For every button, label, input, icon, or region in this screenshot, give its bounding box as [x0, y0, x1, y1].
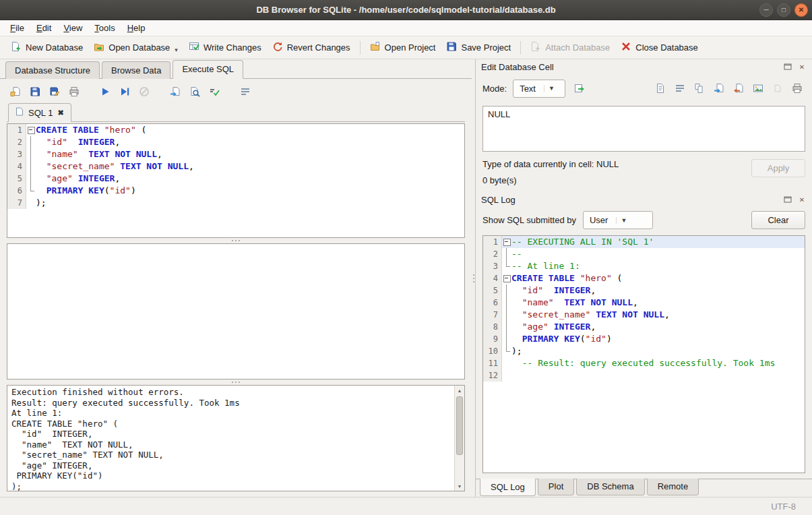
open-database-button[interactable]: Open Database ▾ [88, 38, 183, 57]
import-from-file-button[interactable] [571, 80, 588, 96]
fold-marker-icon[interactable] [502, 236, 511, 248]
close-button[interactable]: ✕ [794, 3, 808, 17]
open-sql-file-button[interactable] [7, 84, 24, 100]
edit-cell-title: Edit Database Cell [481, 62, 783, 72]
close-tab-icon[interactable]: ✖ [57, 109, 63, 117]
left-pane: Database Structure Browse Data Execute S… [0, 59, 472, 497]
print-cell-button[interactable] [789, 80, 805, 96]
window-title: DB Browser for SQLite - /home/user/code/… [256, 5, 555, 15]
sql-file-tab[interactable]: SQL 1 ✖ [8, 103, 71, 122]
code-line: 5 "age" INTEGER, [7, 173, 464, 185]
clear-log-button[interactable]: Clear [751, 211, 805, 229]
dock-tab-plot[interactable]: Plot [538, 479, 574, 495]
sql-log-dock-header: SQL Log ✕ [476, 192, 812, 207]
save-sql-as-button[interactable] [46, 84, 63, 100]
save-project-button[interactable]: Save Project [441, 38, 516, 57]
dock-tabbar: SQL Log Plot DB Schema Remote [476, 479, 812, 497]
close-dock-icon[interactable]: ✕ [797, 195, 807, 204]
syntax-check-button[interactable] [206, 84, 223, 100]
fold-gutter [502, 260, 511, 272]
tab-database-structure[interactable]: Database Structure [5, 61, 100, 79]
code-line: 9 PRIMARY KEY("id") [483, 333, 805, 345]
main-tabbar: Database Structure Browse Data Execute S… [0, 59, 472, 79]
fold-gutter [502, 345, 511, 357]
word-wrap-cell-button[interactable] [672, 80, 688, 96]
dock-tab-sql-log[interactable]: SQL Log [480, 479, 536, 496]
word-wrap-button[interactable] [237, 84, 254, 100]
chevron-down-icon: ▼ [544, 85, 555, 92]
fold-marker-icon[interactable] [502, 272, 511, 284]
fold-gutter [26, 148, 36, 160]
close-database-button[interactable]: Close Database [615, 38, 704, 57]
menu-tools[interactable]: Tools [88, 21, 121, 35]
open-database-dropdown-icon[interactable]: ▾ [175, 47, 178, 54]
tab-execute-sql[interactable]: Execute SQL [173, 60, 243, 79]
revert-changes-button[interactable]: Revert Changes [267, 38, 356, 57]
sql-editor[interactable]: 1CREATE TABLE "hero" (2 "id" INTEGER,3 "… [7, 123, 465, 238]
import-cell-button[interactable] [711, 80, 727, 96]
float-dock-icon[interactable] [783, 62, 792, 71]
copy-cell-button[interactable] [691, 80, 708, 96]
close-database-icon [621, 41, 631, 54]
menu-view[interactable]: View [57, 21, 88, 35]
edit-cell-dock-header: Edit Database Cell ✕ [476, 59, 812, 74]
open-project-button[interactable]: Open Project [365, 38, 441, 57]
code-line: 2 "id" INTEGER, [7, 136, 464, 148]
find-replace-button[interactable] [186, 84, 204, 100]
code-line: 1CREATE TABLE "hero" ( [7, 124, 464, 136]
log-filter-label: Show SQL submitted by [482, 215, 576, 225]
export-cell-button[interactable] [730, 80, 747, 96]
execution-output-text: Execution finished without errors. Resul… [7, 386, 454, 491]
float-dock-icon[interactable] [783, 195, 792, 204]
scrollbar-track[interactable] [455, 395, 464, 481]
image-mode-button[interactable] [750, 80, 766, 96]
fold-gutter [26, 197, 36, 209]
open-project-label: Open Project [385, 42, 436, 53]
print-sql-button[interactable] [65, 84, 83, 100]
menu-edit[interactable]: Edit [30, 21, 57, 35]
statusbar: UTF-8 [0, 497, 812, 515]
save-sql-file-button[interactable] [26, 84, 44, 100]
menu-help[interactable]: Help [121, 21, 152, 35]
log-filter-select[interactable]: User ▼ [583, 211, 653, 229]
sql-toolbar [7, 82, 465, 101]
sql-file-icon [15, 107, 24, 118]
execute-all-button[interactable] [96, 84, 114, 100]
results-grid[interactable] [7, 243, 465, 380]
splitter-handle[interactable] [7, 238, 465, 243]
open-database-label: Open Database [108, 42, 170, 53]
minimize-button[interactable]: ─ [759, 3, 773, 17]
splitter-handle[interactable] [7, 380, 465, 385]
scroll-down-icon[interactable]: ▼ [455, 481, 464, 491]
code-line: 3-- At line 1: [483, 260, 805, 272]
mode-select[interactable]: Text ▼ [513, 80, 565, 98]
maximize-button[interactable]: □ [777, 3, 790, 17]
close-dock-icon[interactable]: ✕ [797, 62, 807, 71]
scrollbar-thumb[interactable] [456, 396, 463, 455]
fold-gutter [502, 369, 511, 382]
window-controls: ─ □ ✕ [759, 3, 808, 17]
tab-browse-data[interactable]: Browse Data [102, 61, 170, 79]
toolbar-separator [520, 41, 521, 55]
scroll-up-icon[interactable]: ▲ [455, 386, 464, 395]
cell-type-info: Type of data currently in cell: NULL [482, 159, 751, 169]
sql-log-output[interactable]: 1-- EXECUTING ALL IN 'SQL 1'2--3-- At li… [482, 235, 805, 473]
dock-tab-remote[interactable]: Remote [647, 479, 699, 495]
export-results-button[interactable] [166, 84, 184, 100]
text-mode-button[interactable] [652, 80, 668, 96]
dock-tab-db-schema[interactable]: DB Schema [576, 479, 644, 495]
code-line: 4 "secret_name" TEXT NOT NULL, [7, 160, 464, 173]
output-scrollbar[interactable]: ▲ ▼ [454, 386, 464, 491]
code-line: 11 -- Result: query executed successfull… [483, 357, 805, 369]
write-changes-button[interactable]: Write Changes [183, 38, 267, 57]
encoding-indicator[interactable]: UTF-8 [771, 502, 796, 512]
new-database-button[interactable]: New Database [5, 38, 88, 57]
cell-editor[interactable]: NULL [482, 106, 805, 152]
code-line: 12 [483, 369, 805, 382]
code-line: 6 "name" TEXT NOT NULL, [483, 297, 805, 309]
fold-marker-icon[interactable] [26, 124, 36, 136]
execute-current-line-button[interactable] [116, 84, 133, 100]
main-area: Database Structure Browse Data Execute S… [0, 59, 812, 497]
menu-file[interactable]: File [4, 21, 30, 35]
execute-sql-panel: SQL 1 ✖ 1CREATE TABLE "hero" (2 "id" INT… [0, 79, 472, 497]
